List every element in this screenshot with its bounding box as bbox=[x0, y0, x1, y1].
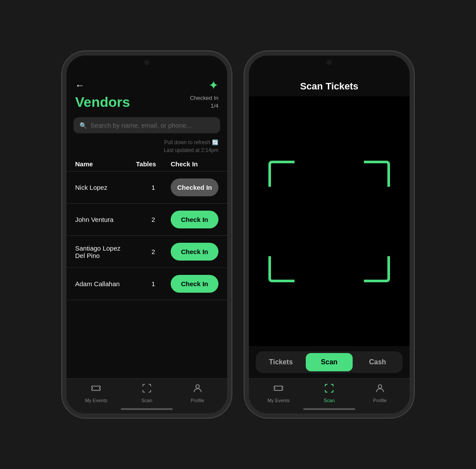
home-indicator bbox=[121, 408, 173, 410]
last-updated-label: Last updated at 2:14pm bbox=[75, 146, 218, 154]
tab-switcher: Tickets Scan Cash bbox=[256, 351, 403, 373]
svg-point-0 bbox=[196, 385, 199, 388]
nav-item-profile-right[interactable]: Profile bbox=[354, 383, 405, 403]
vendor-row: Santiago LopezDel Pino 2 Check In bbox=[66, 235, 227, 268]
vendor-name: Santiago LopezDel Pino bbox=[75, 244, 136, 259]
col-tables: Tables bbox=[136, 160, 171, 168]
notch bbox=[119, 56, 175, 70]
vendor-name: Nick Lopez bbox=[75, 184, 136, 191]
header-section: Vendors Checked In 1/4 bbox=[66, 94, 227, 114]
profile-icon-right bbox=[375, 383, 385, 396]
left-screen: ← ✦ Vendors Checked In 1/4 🔍 Search by n… bbox=[66, 56, 227, 413]
check-in-button[interactable]: Check In bbox=[171, 243, 218, 261]
col-checkin: Check In bbox=[171, 160, 218, 168]
corner-br bbox=[364, 256, 390, 282]
home-indicator-right bbox=[303, 408, 355, 410]
right-phone: Scan Tickets Tickets Scan Cash My Ev bbox=[245, 51, 414, 418]
check-in-button[interactable]: Check In bbox=[171, 275, 218, 293]
scan-icon-right bbox=[324, 383, 334, 396]
camera bbox=[327, 60, 332, 65]
pull-refresh-label: Pull down to refresh bbox=[164, 139, 210, 146]
refresh-section: Pull down to refresh 🔄 Last updated at 2… bbox=[66, 137, 227, 157]
viewfinder-frame bbox=[268, 161, 390, 282]
top-bar: ← ✦ bbox=[66, 75, 227, 94]
left-phone: ← ✦ Vendors Checked In 1/4 🔍 Search by n… bbox=[62, 51, 231, 418]
sparkle-icon: ✦ bbox=[208, 78, 218, 92]
search-placeholder: Search by name, email, or phone... bbox=[90, 122, 192, 129]
nav-item-profile[interactable]: Profile bbox=[172, 383, 223, 403]
vendor-name: John Ventura bbox=[75, 216, 136, 223]
vendor-row: Nick Lopez 1 Checked In bbox=[66, 171, 227, 203]
tab-tickets[interactable]: Tickets bbox=[258, 353, 304, 371]
ticket-icon bbox=[91, 383, 101, 396]
search-bar[interactable]: 🔍 Search by name, email, or phone... bbox=[73, 117, 220, 133]
search-icon: 🔍 bbox=[79, 122, 87, 129]
nav-label-scan: Scan bbox=[141, 398, 152, 403]
checked-in-badge: Checked In 1/4 bbox=[190, 94, 218, 110]
notch bbox=[301, 56, 357, 70]
vendor-tables: 1 bbox=[136, 280, 171, 287]
refresh-icon: 🔄 bbox=[212, 139, 218, 146]
vendor-row: Adam Callahan 1 Check In bbox=[66, 268, 227, 300]
nav-label-scan-right: Scan bbox=[324, 398, 334, 403]
table-header: Name Tables Check In bbox=[66, 157, 227, 171]
nav-label-profile: Profile bbox=[191, 398, 204, 403]
col-name: Name bbox=[75, 160, 136, 168]
profile-icon bbox=[192, 383, 203, 396]
checked-in-button[interactable]: Checked In bbox=[171, 178, 218, 196]
tab-scan[interactable]: Scan bbox=[306, 353, 352, 371]
nav-item-my-events[interactable]: My Events bbox=[71, 383, 122, 403]
nav-item-my-events-right[interactable]: My Events bbox=[253, 383, 304, 403]
back-button[interactable]: ← bbox=[75, 80, 85, 91]
vendor-tables: 1 bbox=[136, 184, 171, 191]
nav-label-profile-right: Profile bbox=[373, 398, 387, 403]
camera bbox=[144, 60, 149, 65]
nav-label-my-events-right: My Events bbox=[268, 398, 290, 403]
ticket-icon-right bbox=[273, 383, 284, 396]
check-in-button[interactable]: Check In bbox=[171, 211, 218, 228]
svg-point-1 bbox=[378, 385, 382, 388]
vendor-tables: 2 bbox=[136, 216, 171, 223]
tab-cash[interactable]: Cash bbox=[354, 353, 401, 371]
corner-tr bbox=[364, 161, 390, 187]
page-title: Vendors bbox=[75, 94, 130, 110]
nav-item-scan[interactable]: Scan bbox=[122, 383, 172, 403]
vendor-row: John Ventura 2 Check In bbox=[66, 203, 227, 235]
corner-bl bbox=[268, 256, 294, 282]
right-screen: Scan Tickets Tickets Scan Cash My Ev bbox=[249, 56, 410, 413]
vendor-name: Adam Callahan bbox=[75, 280, 136, 287]
scan-viewfinder bbox=[249, 96, 410, 346]
nav-label-my-events: My Events bbox=[85, 398, 107, 403]
vendor-tables: 2 bbox=[136, 248, 171, 255]
scan-title: Scan Tickets bbox=[249, 75, 410, 96]
corner-tl bbox=[268, 161, 294, 187]
scan-icon bbox=[142, 383, 152, 396]
nav-item-scan-right[interactable]: Scan bbox=[304, 383, 355, 403]
